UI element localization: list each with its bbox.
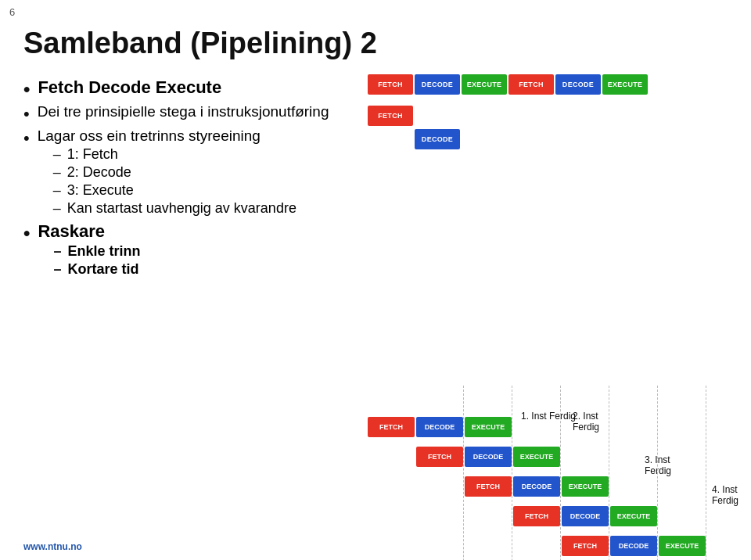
i2-fetch: FETCH bbox=[416, 447, 463, 467]
inst4-done-label: 4. InstFerdig bbox=[712, 484, 738, 506]
sub-list-3: 1: Fetch 2: Decode 3: Execute Kan starta… bbox=[53, 146, 296, 217]
dashed-line-6 bbox=[706, 386, 706, 560]
dashed-line-3 bbox=[560, 386, 561, 560]
sub-list-4: Enkle trinn Kortare tid bbox=[53, 243, 140, 278]
page-title: Samleband (Pipelining) 2 bbox=[23, 27, 728, 60]
sub-item-3-2: 2: Decode bbox=[53, 164, 296, 181]
i1-decode: DECODE bbox=[416, 417, 463, 437]
bullet-list: Fetch Decode Execute Dei tre prinsipiell… bbox=[23, 77, 360, 279]
top-decode-2: DECODE bbox=[555, 74, 601, 95]
i3-fetch: FETCH bbox=[465, 476, 512, 497]
i3-execute: EXECUTE bbox=[562, 476, 609, 497]
top-execute-2: EXECUTE bbox=[602, 74, 648, 95]
dashed-line-4 bbox=[609, 386, 609, 560]
bullet-1: Fetch Decode Execute bbox=[23, 77, 360, 100]
i4-decode: DECODE bbox=[562, 506, 609, 526]
bullet-4-text: Raskare bbox=[38, 221, 105, 241]
sub-item-3-3: 3: Execute bbox=[53, 182, 296, 199]
top-fetch-2: FETCH bbox=[508, 74, 554, 95]
bullet-3: Lagar oss ein tretrinns styreeining 1: F… bbox=[23, 127, 360, 218]
i5-execute: EXECUTE bbox=[659, 536, 706, 556]
top-fetch-1: FETCH bbox=[368, 74, 413, 95]
sub-item-4-2: Kortare tid bbox=[53, 261, 140, 278]
sub-item-3-1: 1: Fetch bbox=[53, 146, 296, 163]
top-decode-1: DECODE bbox=[415, 74, 460, 95]
dashed-line-2 bbox=[512, 386, 512, 560]
slide-number: 6 bbox=[9, 6, 15, 18]
staircase-area: FETCH DECODE bbox=[360, 106, 751, 411]
pipeline-diagram: FETCH DECODE EXECUTE FETCH DECODE EXECUT… bbox=[360, 74, 728, 450]
i1-execute: EXECUTE bbox=[465, 417, 512, 437]
bullet-1-text: Fetch Decode Execute bbox=[38, 77, 221, 98]
inst1-done-label: 1. Inst Ferdig bbox=[521, 411, 576, 422]
bullet-4: Raskare Enkle trinn Kortare tid bbox=[23, 221, 360, 279]
i2-decode: DECODE bbox=[465, 447, 512, 467]
inst1-fetch-cell: FETCH bbox=[368, 106, 413, 126]
i3-decode: DECODE bbox=[513, 476, 560, 497]
inst2-done-label: 2. InstFerdig bbox=[573, 411, 599, 433]
i4-fetch: FETCH bbox=[513, 506, 560, 526]
top-execute-1: EXECUTE bbox=[462, 74, 507, 95]
pipeline-wrapper: FETCH DECODE EXECUTE FETCH DECODE EXECUT… bbox=[360, 74, 751, 560]
i5-decode: DECODE bbox=[610, 536, 657, 556]
bullet-3-text: Lagar oss ein tretrinns styreeining bbox=[38, 127, 261, 144]
inst1-fetch: FETCH bbox=[368, 106, 413, 126]
inst1-decode-cell: DECODE bbox=[415, 129, 460, 149]
bullet-2-text: Dei tre prinsipielle stega i instruksjon… bbox=[38, 103, 329, 120]
staircase-proper: FETCH DECODE EXECUTE FETCH DECODE EXECUT… bbox=[368, 417, 751, 560]
bullet-2: Dei tre prinsipielle stega i instruksjon… bbox=[23, 103, 360, 124]
i2-execute: EXECUTE bbox=[513, 447, 560, 467]
sub-item-3-4: Kan startast uavhengig av kvarandre bbox=[53, 200, 296, 217]
inst3-done-label: 3. InstFerdig bbox=[645, 454, 671, 476]
left-panel: Fetch Decode Execute Dei tre prinsipiell… bbox=[23, 74, 360, 450]
dashed-line-1 bbox=[463, 386, 464, 560]
inst1-decode: DECODE bbox=[415, 129, 460, 149]
top-pipeline-row: FETCH DECODE EXECUTE FETCH DECODE EXECUT… bbox=[368, 74, 751, 95]
i5-fetch: FETCH bbox=[562, 536, 609, 556]
i4-execute: EXECUTE bbox=[610, 506, 657, 526]
dashed-line-5 bbox=[657, 386, 658, 560]
footer-link: www.ntnu.no bbox=[23, 541, 82, 552]
i1-fetch: FETCH bbox=[368, 417, 415, 437]
sub-item-4-1: Enkle trinn bbox=[53, 243, 140, 260]
